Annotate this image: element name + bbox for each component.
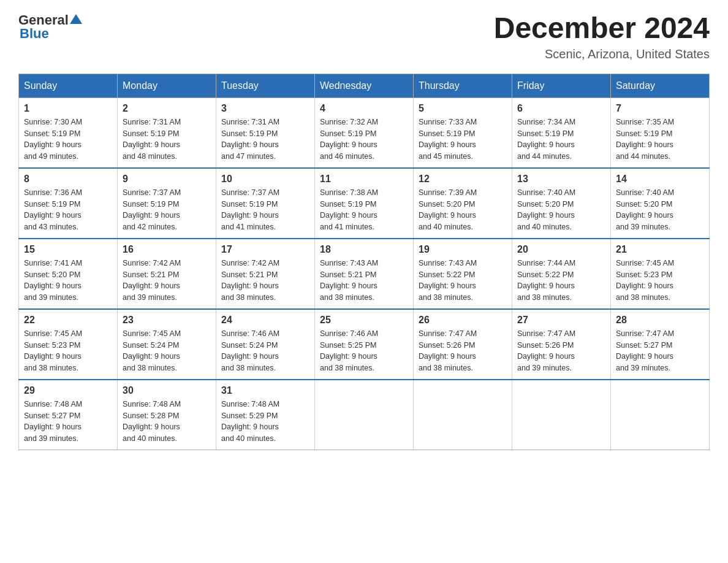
day-of-week-header: Wednesday <box>315 74 414 98</box>
day-info: Sunrise: 7:36 AM Sunset: 5:19 PM Dayligh… <box>24 187 112 233</box>
day-info: Sunrise: 7:34 AM Sunset: 5:19 PM Dayligh… <box>517 117 605 163</box>
day-info: Sunrise: 7:38 AM Sunset: 5:19 PM Dayligh… <box>320 187 408 233</box>
calendar-day-cell: 25 Sunrise: 7:46 AM Sunset: 5:25 PM Dayl… <box>315 309 414 380</box>
day-info: Sunrise: 7:44 AM Sunset: 5:22 PM Dayligh… <box>517 258 605 304</box>
day-number: 21 <box>616 244 704 255</box>
page-header: General Blue December 2024 Scenic, Arizo… <box>18 12 710 61</box>
day-info: Sunrise: 7:42 AM Sunset: 5:21 PM Dayligh… <box>221 258 309 304</box>
day-number: 13 <box>517 174 605 185</box>
day-number: 4 <box>320 103 408 114</box>
calendar-day-cell: 20 Sunrise: 7:44 AM Sunset: 5:22 PM Dayl… <box>512 239 611 309</box>
day-info: Sunrise: 7:37 AM Sunset: 5:19 PM Dayligh… <box>221 187 309 233</box>
calendar-week-row: 22 Sunrise: 7:45 AM Sunset: 5:23 PM Dayl… <box>19 309 710 380</box>
calendar-week-row: 29 Sunrise: 7:48 AM Sunset: 5:27 PM Dayl… <box>19 380 710 450</box>
day-info: Sunrise: 7:45 AM Sunset: 5:24 PM Dayligh… <box>123 328 211 374</box>
calendar-day-cell: 7 Sunrise: 7:35 AM Sunset: 5:19 PM Dayli… <box>611 98 710 168</box>
day-number: 30 <box>123 385 211 396</box>
calendar-day-cell: 26 Sunrise: 7:47 AM Sunset: 5:26 PM Dayl… <box>414 309 512 380</box>
calendar-day-cell: 23 Sunrise: 7:45 AM Sunset: 5:24 PM Dayl… <box>118 309 216 380</box>
day-number: 8 <box>24 174 112 185</box>
day-info: Sunrise: 7:46 AM Sunset: 5:24 PM Dayligh… <box>221 328 309 374</box>
day-number: 9 <box>123 174 211 185</box>
calendar-day-cell: 15 Sunrise: 7:41 AM Sunset: 5:20 PM Dayl… <box>19 239 118 309</box>
calendar-day-cell: 17 Sunrise: 7:42 AM Sunset: 5:21 PM Dayl… <box>216 239 315 309</box>
calendar-day-cell: 29 Sunrise: 7:48 AM Sunset: 5:27 PM Dayl… <box>19 380 118 450</box>
day-number: 2 <box>123 103 211 114</box>
day-number: 27 <box>517 315 605 326</box>
calendar-week-row: 15 Sunrise: 7:41 AM Sunset: 5:20 PM Dayl… <box>19 239 710 309</box>
day-of-week-header: Thursday <box>414 74 512 98</box>
day-info: Sunrise: 7:45 AM Sunset: 5:23 PM Dayligh… <box>616 258 704 304</box>
day-info: Sunrise: 7:41 AM Sunset: 5:20 PM Dayligh… <box>24 258 112 304</box>
day-info: Sunrise: 7:30 AM Sunset: 5:19 PM Dayligh… <box>24 117 112 163</box>
calendar-day-cell: 19 Sunrise: 7:43 AM Sunset: 5:22 PM Dayl… <box>414 239 512 309</box>
day-number: 31 <box>221 385 309 396</box>
day-number: 6 <box>517 103 605 114</box>
calendar-day-cell: 11 Sunrise: 7:38 AM Sunset: 5:19 PM Dayl… <box>315 168 414 239</box>
calendar-table: SundayMondayTuesdayWednesdayThursdayFrid… <box>18 74 710 450</box>
calendar-week-row: 1 Sunrise: 7:30 AM Sunset: 5:19 PM Dayli… <box>19 98 710 168</box>
day-number: 10 <box>221 174 309 185</box>
day-info: Sunrise: 7:35 AM Sunset: 5:19 PM Dayligh… <box>616 117 704 163</box>
calendar-day-cell: 1 Sunrise: 7:30 AM Sunset: 5:19 PM Dayli… <box>19 98 118 168</box>
calendar-day-cell: 30 Sunrise: 7:48 AM Sunset: 5:28 PM Dayl… <box>118 380 216 450</box>
day-info: Sunrise: 7:47 AM Sunset: 5:26 PM Dayligh… <box>517 328 605 374</box>
day-number: 1 <box>24 103 112 114</box>
day-info: Sunrise: 7:48 AM Sunset: 5:29 PM Dayligh… <box>221 399 309 445</box>
calendar-day-cell: 31 Sunrise: 7:48 AM Sunset: 5:29 PM Dayl… <box>216 380 315 450</box>
month-title: December 2024 <box>494 12 710 45</box>
day-number: 3 <box>221 103 309 114</box>
calendar-day-cell <box>315 380 414 450</box>
calendar-day-cell <box>611 380 710 450</box>
day-number: 22 <box>24 315 112 326</box>
calendar-day-cell: 16 Sunrise: 7:42 AM Sunset: 5:21 PM Dayl… <box>118 239 216 309</box>
calendar-week-row: 8 Sunrise: 7:36 AM Sunset: 5:19 PM Dayli… <box>19 168 710 239</box>
calendar-day-cell: 10 Sunrise: 7:37 AM Sunset: 5:19 PM Dayl… <box>216 168 315 239</box>
calendar-day-cell: 2 Sunrise: 7:31 AM Sunset: 5:19 PM Dayli… <box>118 98 216 168</box>
day-of-week-header: Tuesday <box>216 74 315 98</box>
day-number: 28 <box>616 315 704 326</box>
day-number: 29 <box>24 385 112 396</box>
day-info: Sunrise: 7:42 AM Sunset: 5:21 PM Dayligh… <box>123 258 211 304</box>
day-number: 25 <box>320 315 408 326</box>
location-subtitle: Scenic, Arizona, United States <box>494 47 710 61</box>
day-number: 17 <box>221 244 309 255</box>
calendar-day-cell: 3 Sunrise: 7:31 AM Sunset: 5:19 PM Dayli… <box>216 98 315 168</box>
calendar-day-cell: 4 Sunrise: 7:32 AM Sunset: 5:19 PM Dayli… <box>315 98 414 168</box>
day-number: 5 <box>419 103 507 114</box>
day-info: Sunrise: 7:43 AM Sunset: 5:21 PM Dayligh… <box>320 258 408 304</box>
day-number: 16 <box>123 244 211 255</box>
day-info: Sunrise: 7:33 AM Sunset: 5:19 PM Dayligh… <box>419 117 507 163</box>
day-number: 15 <box>24 244 112 255</box>
day-number: 11 <box>320 174 408 185</box>
day-number: 23 <box>123 315 211 326</box>
day-of-week-header: Sunday <box>19 74 118 98</box>
calendar-day-cell <box>414 380 512 450</box>
day-info: Sunrise: 7:40 AM Sunset: 5:20 PM Dayligh… <box>616 187 704 233</box>
day-of-week-header: Saturday <box>611 74 710 98</box>
calendar-day-cell: 21 Sunrise: 7:45 AM Sunset: 5:23 PM Dayl… <box>611 239 710 309</box>
day-info: Sunrise: 7:32 AM Sunset: 5:19 PM Dayligh… <box>320 117 408 163</box>
day-of-week-header: Friday <box>512 74 611 98</box>
calendar-day-cell: 18 Sunrise: 7:43 AM Sunset: 5:21 PM Dayl… <box>315 239 414 309</box>
day-number: 7 <box>616 103 704 114</box>
calendar-day-cell: 22 Sunrise: 7:45 AM Sunset: 5:23 PM Dayl… <box>19 309 118 380</box>
day-info: Sunrise: 7:46 AM Sunset: 5:25 PM Dayligh… <box>320 328 408 374</box>
day-info: Sunrise: 7:47 AM Sunset: 5:27 PM Dayligh… <box>616 328 704 374</box>
day-info: Sunrise: 7:48 AM Sunset: 5:27 PM Dayligh… <box>24 399 112 445</box>
calendar-day-cell: 12 Sunrise: 7:39 AM Sunset: 5:20 PM Dayl… <box>414 168 512 239</box>
day-info: Sunrise: 7:31 AM Sunset: 5:19 PM Dayligh… <box>123 117 211 163</box>
calendar-day-cell: 13 Sunrise: 7:40 AM Sunset: 5:20 PM Dayl… <box>512 168 611 239</box>
day-info: Sunrise: 7:37 AM Sunset: 5:19 PM Dayligh… <box>123 187 211 233</box>
day-info: Sunrise: 7:40 AM Sunset: 5:20 PM Dayligh… <box>517 187 605 233</box>
title-section: December 2024 Scenic, Arizona, United St… <box>494 12 710 61</box>
calendar-day-cell: 27 Sunrise: 7:47 AM Sunset: 5:26 PM Dayl… <box>512 309 611 380</box>
calendar-day-cell: 5 Sunrise: 7:33 AM Sunset: 5:19 PM Dayli… <box>414 98 512 168</box>
day-info: Sunrise: 7:45 AM Sunset: 5:23 PM Dayligh… <box>24 328 112 374</box>
day-number: 19 <box>419 244 507 255</box>
day-number: 18 <box>320 244 408 255</box>
calendar-day-cell <box>512 380 611 450</box>
calendar-day-cell: 24 Sunrise: 7:46 AM Sunset: 5:24 PM Dayl… <box>216 309 315 380</box>
day-number: 26 <box>419 315 507 326</box>
day-number: 20 <box>517 244 605 255</box>
